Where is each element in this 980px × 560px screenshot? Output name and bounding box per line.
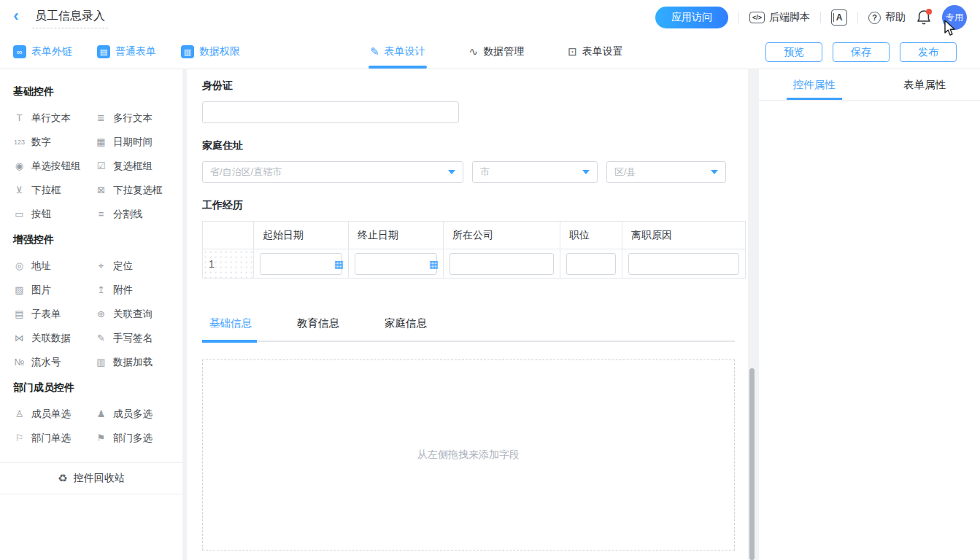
code-icon: </> — [749, 12, 765, 23]
preview-button[interactable]: 预览 — [765, 42, 822, 62]
app-access-button[interactable]: 应用访问 — [655, 7, 728, 28]
province-select[interactable]: 省/自治区/直辖市 — [202, 161, 463, 183]
col-leave-reason: 离职原因 — [622, 222, 746, 249]
control-button[interactable]: ▭按钮 — [13, 202, 95, 226]
control-member-single[interactable]: ♙成员单选 — [13, 402, 95, 426]
control-checkbox-group[interactable]: ☑复选框组 — [95, 154, 177, 178]
page-title[interactable]: 员工信息录入 — [32, 7, 108, 28]
control-linked-data[interactable]: ⋈关联数据 — [13, 326, 95, 350]
serial-number-icon: № — [13, 357, 26, 368]
control-label: 定位 — [113, 260, 133, 273]
leave-reason-cell — [622, 249, 746, 279]
header-divider — [820, 12, 821, 23]
single-line-text-icon: T — [13, 112, 26, 123]
translation-icon[interactable]: A — [831, 9, 847, 26]
drop-hint-text: 从左侧拖拽来添加字段 — [417, 448, 520, 462]
tab-form-settings[interactable]: ⊡ 表单设置 — [566, 35, 625, 69]
leave-reason-input[interactable] — [628, 253, 739, 275]
control-recycle-bin[interactable]: ♻ 控件回收站 — [0, 462, 182, 494]
row-index-cell[interactable]: 1 — [203, 249, 254, 279]
control-member-multi[interactable]: ♟成员多选 — [95, 402, 177, 426]
backend-script-button[interactable]: </> 后端脚本 — [749, 11, 810, 24]
control-label: 手写签名 — [113, 332, 153, 345]
section-title-enhanced: 增强控件 — [13, 233, 182, 246]
location-icon: ⌖ — [95, 260, 107, 272]
tab-form-design[interactable]: ✎ 表单设计 — [369, 35, 427, 69]
control-label: 复选框组 — [113, 160, 153, 173]
publish-button[interactable]: 发布 — [900, 42, 957, 62]
control-data-load[interactable]: ▥数据加载 — [95, 350, 177, 374]
tab-active-indicator — [202, 340, 257, 343]
help-label: 帮助 — [885, 11, 906, 24]
data-permission-button[interactable]: ▥ 数据权限 — [181, 45, 240, 58]
external-link-button[interactable]: ∞ 表单外链 — [13, 45, 72, 58]
chevron-down-icon — [448, 170, 455, 174]
plain-form-icon: ▤ — [97, 45, 110, 58]
id-card-input[interactable] — [202, 101, 459, 123]
tab-control-properties[interactable]: 控件属性 — [759, 69, 870, 100]
control-label: 数字 — [31, 136, 51, 149]
section-title-basic: 基础控件 — [13, 85, 182, 98]
control-multi-line-text[interactable]: ≣多行文本 — [95, 106, 177, 130]
plain-form-button[interactable]: ▤ 普通表单 — [97, 45, 156, 58]
avatar[interactable]: 专用 — [942, 5, 967, 30]
control-department-multi[interactable]: ⚑部门多选 — [95, 426, 177, 450]
control-divider[interactable]: ≡分割线 — [95, 202, 177, 226]
linked-data-icon: ⋈ — [13, 332, 26, 343]
chevron-down-icon — [582, 170, 590, 174]
field-work-experience[interactable]: 工作经历 起始日期 终止日期 所在公司 职位 离职原因 1 ▦ ▦ — [202, 199, 735, 279]
tab-education-info[interactable]: 教育信息 — [290, 316, 347, 330]
control-dropdown-multi[interactable]: ⊠下拉复选框 — [95, 178, 177, 202]
save-button[interactable]: 保存 — [833, 42, 890, 62]
control-subform[interactable]: ▤子表单 — [13, 302, 95, 326]
help-button[interactable]: ? 帮助 — [868, 11, 906, 24]
control-image[interactable]: ▨图片 — [13, 278, 95, 302]
district-select[interactable]: 区/县 — [606, 161, 726, 183]
canvas-scrollbar[interactable] — [749, 368, 755, 560]
control-label: 关联查询 — [113, 308, 153, 321]
control-linked-query[interactable]: ⊕关联查询 — [95, 302, 177, 326]
city-select[interactable]: 市 — [472, 161, 598, 183]
control-dropdown[interactable]: ⊻下拉框 — [13, 178, 95, 202]
dropdown-multi-icon: ⊠ — [95, 184, 107, 195]
chevron-down-icon — [711, 170, 718, 174]
end-date-input[interactable] — [355, 253, 437, 275]
company-input[interactable] — [450, 253, 554, 275]
col-end-date: 终止日期 — [349, 222, 444, 249]
tab-data-manage[interactable]: ∿ 数据管理 — [468, 35, 526, 69]
tab-form-properties[interactable]: 表单属性 — [870, 69, 980, 100]
control-attachment[interactable]: ↥附件 — [95, 278, 177, 302]
control-single-line-text[interactable]: T单行文本 — [13, 106, 95, 130]
control-address[interactable]: ◎地址 — [13, 254, 95, 278]
start-date-input[interactable] — [260, 253, 342, 275]
form-toolbar: ∞ 表单外链 ▤ 普通表单 ▥ 数据权限 ✎ 表单设计 ∿ 数据管理 ⊡ 表单设… — [0, 35, 980, 69]
field-id-card[interactable]: 身份证 — [202, 79, 735, 123]
position-input[interactable] — [566, 253, 616, 275]
district-placeholder: 区/县 — [614, 166, 636, 179]
col-start-date: 起始日期 — [254, 222, 349, 249]
control-label: 下拉复选框 — [113, 184, 163, 197]
tab-form-settings-label: 表单设置 — [582, 45, 623, 58]
field-home-address[interactable]: 家庭住址 省/自治区/直辖市 市 区/县 — [202, 139, 735, 183]
external-link-icon: ∞ — [13, 45, 26, 58]
tab-form-design-label: 表单设计 — [385, 45, 425, 58]
header-divider — [738, 12, 739, 23]
tab-basic-info[interactable]: 基础信息 — [202, 316, 259, 330]
control-radio-group[interactable]: ◉单选按钮组 — [13, 154, 95, 178]
back-button[interactable]: ‹ — [0, 8, 32, 27]
control-datetime[interactable]: ▦日期时间 — [95, 130, 177, 154]
notification-bell-icon[interactable] — [916, 9, 932, 26]
control-serial-number[interactable]: №流水号 — [13, 350, 95, 374]
data-manage-icon: ∿ — [469, 45, 479, 58]
control-location[interactable]: ⌖定位 — [95, 254, 177, 278]
image-icon: ▨ — [13, 284, 26, 295]
data-load-icon: ▥ — [95, 357, 107, 368]
control-number[interactable]: 123数字 — [13, 130, 95, 154]
control-department-single[interactable]: ⚐部门单选 — [13, 426, 95, 450]
department-single-icon: ⚐ — [13, 432, 26, 443]
control-signature[interactable]: ✎手写签名 — [95, 326, 177, 350]
control-label: 部门单选 — [31, 432, 71, 445]
drop-zone[interactable]: 从左侧拖拽来添加字段 — [202, 359, 735, 551]
form-canvas[interactable]: 身份证 家庭住址 省/自治区/直辖市 市 区/县 工作经历 起始日期 — [187, 69, 748, 560]
tab-family-info[interactable]: 家庭信息 — [377, 316, 434, 330]
